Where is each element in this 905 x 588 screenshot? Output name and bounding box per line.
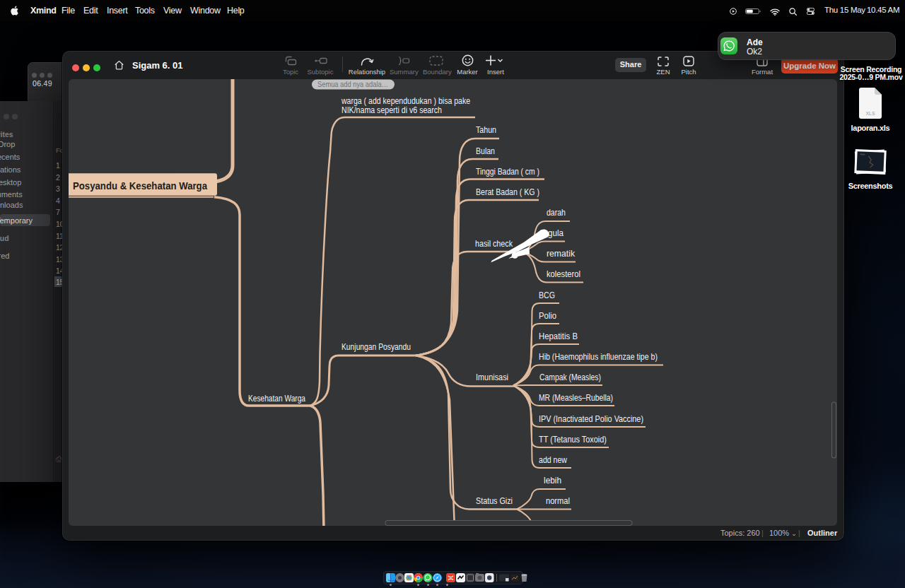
svg-text:lebih: lebih (544, 476, 561, 486)
svg-text:Status Gizi: Status Gizi (476, 496, 513, 506)
svg-text:rematik: rematik (547, 249, 576, 259)
svg-text:Imunisasi: Imunisasi (476, 372, 508, 382)
svg-text:warga ( add kependudukan ) bis: warga ( add kependudukan ) bisa pake (341, 96, 470, 106)
svg-text:Tahun: Tahun (476, 125, 496, 135)
svg-text:Hepatitis B: Hepatitis B (539, 331, 578, 341)
svg-text:Bulan: Bulan (476, 146, 495, 156)
svg-text:hasil check: hasil check (475, 239, 513, 249)
svg-text:BCG: BCG (539, 290, 555, 300)
svg-text:normal: normal (546, 496, 570, 506)
svg-text:gula: gula (548, 228, 564, 238)
svg-text:Posyandu & Kesehatan Warga: Posyandu & Kesehatan Warga (73, 180, 208, 192)
svg-text:darah: darah (547, 208, 566, 218)
svg-text:Berat Badan ( KG ): Berat Badan ( KG ) (476, 187, 539, 197)
svg-text:add new: add new (539, 455, 568, 465)
svg-text:Semua add nya adala…: Semua add nya adala… (317, 81, 388, 88)
svg-text:Hib (Haemophilus influenzae ti: Hib (Haemophilus influenzae tipe b) (539, 352, 658, 362)
svg-text:Tinggi Badan ( cm ): Tinggi Badan ( cm ) (476, 167, 539, 177)
svg-text:Polio: Polio (539, 311, 556, 321)
svg-text:Kunjungan Posyandu: Kunjungan Posyandu (341, 342, 411, 352)
svg-text:MR (Measles–Rubella): MR (Measles–Rubella) (539, 393, 613, 403)
svg-text:kolesterol: kolesterol (547, 269, 580, 279)
svg-text:TT (Tetanus Toxoid): TT (Tetanus Toxoid) (539, 435, 607, 445)
svg-text:Kesehatan Warga: Kesehatan Warga (248, 394, 305, 404)
svg-text:NIK/nama seperti di v6 search: NIK/nama seperti di v6 search (341, 105, 442, 115)
svg-text:Campak (Measles): Campak (Measles) (539, 372, 601, 382)
svg-text:IPV (Inactivated Polio Vaccine: IPV (Inactivated Polio Vaccine) (539, 414, 643, 424)
svg-text:XLS: XLS (865, 111, 875, 116)
